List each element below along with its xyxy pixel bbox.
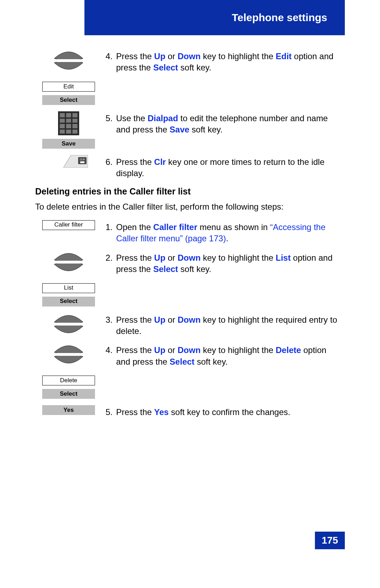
select-softkey-label: Select: [42, 95, 95, 105]
step-number: 4.: [102, 345, 113, 356]
step-text: Press the Up or Down key to highlight th…: [116, 345, 341, 367]
text: soft key to confirm the changes.: [169, 407, 290, 417]
up-down-key-icon: [53, 49, 84, 72]
keyword-down: Down: [178, 51, 201, 61]
text: Press the: [116, 315, 154, 324]
text: key to highlight the: [201, 51, 276, 61]
text: .: [226, 234, 228, 243]
select-softkey-label: Select: [42, 389, 95, 399]
up-down-key-icon: [53, 251, 84, 273]
step-4-row: Edit Select 4. Press the Up or Down key …: [35, 49, 341, 105]
step-text: Press the Up or Down key to highlight th…: [116, 252, 341, 275]
svg-rect-2: [80, 161, 84, 163]
keyword-select: Select: [153, 264, 178, 274]
s2-step-2-row: List Select 2. Press the Up or Down key …: [35, 251, 341, 307]
section-intro: To delete entries in the Caller filter l…: [35, 201, 341, 212]
keyword-up: Up: [154, 51, 165, 61]
up-down-key-icon: [53, 313, 84, 335]
step-5-row: Save 5. Use the Dialpad to edit the tele…: [35, 111, 341, 149]
step-text: Open the Caller filter menu as shown in …: [116, 222, 341, 245]
keyword-down: Down: [178, 345, 201, 355]
text: Press the: [116, 157, 154, 167]
step-number: 4.: [102, 51, 113, 62]
select-softkey-label: Select: [42, 297, 95, 307]
step-text: Press the Up or Down key to highlight th…: [116, 314, 341, 337]
step-number: 3.: [102, 314, 113, 326]
yes-softkey-label: Yes: [42, 405, 95, 415]
keyword-edit: Edit: [276, 51, 292, 61]
keyword-delete: Delete: [276, 345, 301, 355]
keyword-save: Save: [170, 125, 189, 134]
keyword-list: List: [276, 253, 291, 262]
text: Press the: [116, 407, 154, 417]
text: Press the: [116, 253, 154, 262]
dialpad-icon: [58, 111, 79, 135]
text: soft key.: [178, 264, 211, 274]
step-number: 2.: [102, 252, 113, 264]
clr-key-icon: CLR: [63, 155, 88, 168]
text: Open the: [116, 222, 153, 232]
keyword-down: Down: [178, 315, 201, 324]
keyword-down: Down: [178, 253, 201, 262]
page-content: Edit Select 4. Press the Up or Down key …: [35, 49, 341, 425]
s2-step-4-row: Delete Select 4. Press the Up or Down ke…: [35, 343, 341, 399]
step-number: 5.: [102, 113, 113, 124]
edit-menu-label: Edit: [42, 82, 95, 92]
caller-filter-menu-label: Caller filter: [42, 220, 95, 230]
step-number: 1.: [102, 222, 113, 233]
keyword-yes: Yes: [154, 407, 169, 417]
text: or: [165, 345, 178, 355]
delete-menu-label: Delete: [42, 376, 95, 385]
header-bar: Telephone settings: [84, 0, 345, 35]
up-down-key-icon: [53, 343, 84, 366]
text: menu as shown in: [197, 222, 270, 232]
step-number: 5.: [102, 407, 113, 418]
s2-step-3-row: 3. Press the Up or Down key to highlight…: [35, 313, 341, 337]
text: soft key.: [195, 357, 228, 366]
text: soft key.: [189, 125, 222, 134]
section-heading: Deleting entries in the Caller filter li…: [35, 186, 341, 198]
text: Press the: [116, 51, 154, 61]
step-text: Press the Up or Down key to highlight th…: [116, 51, 341, 74]
step-text: Use the Dialpad to edit the telephone nu…: [116, 113, 341, 136]
svg-text:CLR: CLR: [80, 158, 85, 161]
step-text: Press the Yes soft key to confirm the ch…: [116, 407, 341, 418]
page-number: 175: [322, 534, 338, 547]
text: or: [165, 51, 178, 61]
keyword-up: Up: [154, 345, 165, 355]
s2-step-1-row: Caller filter 1. Open the Caller filter …: [35, 220, 341, 245]
text: Press the: [116, 345, 154, 355]
keyword-clr: Clr: [154, 157, 166, 167]
text: or: [165, 253, 178, 262]
keyword-dialpad: Dialpad: [147, 113, 178, 123]
text: Use the: [116, 113, 147, 123]
step-number: 6.: [102, 156, 113, 168]
text: or: [165, 315, 178, 324]
step-6-row: CLR 6. Press the Clr key one or more tim…: [35, 155, 341, 179]
keyword-select: Select: [170, 357, 195, 366]
list-menu-label: List: [42, 283, 95, 293]
text: key to highlight the: [201, 345, 276, 355]
header-title: Telephone settings: [232, 11, 327, 25]
keyword-up: Up: [154, 253, 165, 262]
text: soft key.: [178, 63, 211, 72]
s2-step-5-row: Yes 5. Press the Yes soft key to confirm…: [35, 405, 341, 418]
keyword-up: Up: [154, 315, 165, 324]
page-number-box: 175: [315, 532, 345, 549]
keyword-caller-filter: Caller filter: [153, 222, 197, 232]
text: key to highlight the: [201, 253, 276, 262]
step-text: Press the Clr key one or more times to r…: [116, 156, 341, 179]
keyword-select: Select: [153, 63, 178, 72]
save-softkey-label: Save: [42, 139, 95, 149]
